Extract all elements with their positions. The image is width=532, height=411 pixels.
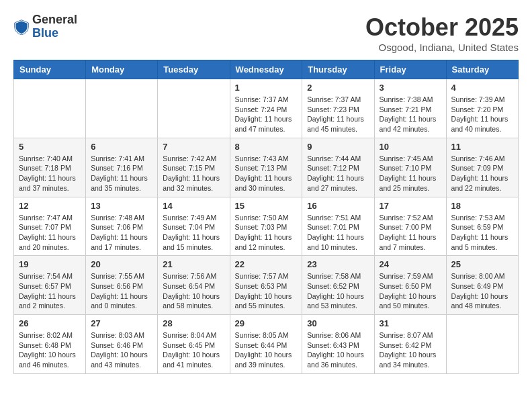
weekday-header-monday: Monday [86, 60, 158, 79]
day-number: 28 [163, 318, 224, 328]
day-number: 3 [380, 83, 441, 93]
calendar-day-31: 31Sunrise: 8:07 AM Sunset: 6:42 PM Dayli… [374, 315, 446, 374]
weekday-header-friday: Friday [374, 60, 446, 79]
calendar-day-22: 22Sunrise: 7:57 AM Sunset: 6:53 PM Dayli… [230, 256, 302, 315]
weekday-header-row: SundayMondayTuesdayWednesdayThursdayFrid… [14, 60, 519, 79]
calendar-day-4: 4Sunrise: 7:39 AM Sunset: 7:20 PM Daylig… [446, 79, 518, 138]
day-number: 21 [163, 259, 224, 269]
day-number: 29 [235, 318, 298, 328]
calendar-day-17: 17Sunrise: 7:52 AM Sunset: 7:00 PM Dayli… [374, 197, 446, 256]
weekday-header-wednesday: Wednesday [230, 60, 302, 79]
day-info: Sunrise: 7:42 AM Sunset: 7:15 PM Dayligh… [163, 154, 224, 193]
day-number: 6 [91, 142, 152, 152]
day-info: Sunrise: 7:52 AM Sunset: 7:00 PM Dayligh… [380, 213, 441, 253]
day-info: Sunrise: 7:47 AM Sunset: 7:07 PM Dayligh… [19, 213, 81, 253]
weekday-header-saturday: Saturday [446, 60, 518, 79]
day-number: 5 [19, 142, 81, 152]
calendar-week-row: 1Sunrise: 7:37 AM Sunset: 7:24 PM Daylig… [14, 79, 519, 138]
calendar-day-11: 11Sunrise: 7:46 AM Sunset: 7:09 PM Dayli… [446, 138, 518, 197]
logo-text: General Blue [32, 13, 77, 40]
calendar-day-16: 16Sunrise: 7:51 AM Sunset: 7:01 PM Dayli… [302, 197, 374, 256]
day-number: 13 [91, 201, 152, 211]
calendar-day-10: 10Sunrise: 7:45 AM Sunset: 7:10 PM Dayli… [374, 138, 446, 197]
weekday-header-tuesday: Tuesday [158, 60, 230, 79]
day-info: Sunrise: 8:02 AM Sunset: 6:48 PM Dayligh… [19, 330, 81, 370]
day-number: 30 [307, 318, 369, 328]
day-info: Sunrise: 7:50 AM Sunset: 7:03 PM Dayligh… [235, 213, 298, 253]
day-info: Sunrise: 7:53 AM Sunset: 6:59 PM Dayligh… [451, 213, 513, 253]
day-number: 16 [307, 201, 369, 211]
day-number: 20 [91, 259, 152, 269]
day-number: 24 [380, 259, 441, 269]
calendar-day-15: 15Sunrise: 7:50 AM Sunset: 7:03 PM Dayli… [230, 197, 302, 256]
calendar-empty-cell [14, 79, 86, 138]
calendar-day-21: 21Sunrise: 7:56 AM Sunset: 6:54 PM Dayli… [158, 256, 230, 315]
logo-general-text: General [32, 13, 77, 26]
day-info: Sunrise: 7:49 AM Sunset: 7:04 PM Dayligh… [163, 213, 224, 253]
day-info: Sunrise: 7:58 AM Sunset: 6:52 PM Dayligh… [307, 271, 369, 311]
day-number: 2 [307, 83, 369, 93]
page-header: General Blue October 2025 Osgood, Indian… [13, 13, 519, 53]
day-info: Sunrise: 8:05 AM Sunset: 6:44 PM Dayligh… [235, 330, 298, 370]
month-title: October 2025 [365, 13, 519, 42]
day-number: 19 [19, 259, 81, 269]
calendar-day-30: 30Sunrise: 8:06 AM Sunset: 6:43 PM Dayli… [302, 315, 374, 374]
calendar-day-6: 6Sunrise: 7:41 AM Sunset: 7:16 PM Daylig… [86, 138, 158, 197]
day-info: Sunrise: 8:04 AM Sunset: 6:45 PM Dayligh… [163, 330, 224, 370]
day-number: 26 [19, 318, 81, 328]
calendar-day-2: 2Sunrise: 7:37 AM Sunset: 7:23 PM Daylig… [302, 79, 374, 138]
day-number: 23 [307, 259, 369, 269]
day-number: 11 [451, 142, 513, 152]
weekday-header-thursday: Thursday [302, 60, 374, 79]
day-info: Sunrise: 7:57 AM Sunset: 6:53 PM Dayligh… [235, 271, 298, 311]
weekday-header-sunday: Sunday [14, 60, 86, 79]
calendar-week-row: 12Sunrise: 7:47 AM Sunset: 7:07 PM Dayli… [14, 197, 519, 256]
calendar-day-27: 27Sunrise: 8:03 AM Sunset: 6:46 PM Dayli… [86, 315, 158, 374]
day-info: Sunrise: 7:37 AM Sunset: 7:24 PM Dayligh… [235, 95, 298, 134]
day-number: 10 [380, 142, 441, 152]
day-number: 17 [380, 201, 441, 211]
calendar-day-25: 25Sunrise: 8:00 AM Sunset: 6:49 PM Dayli… [446, 256, 518, 315]
day-info: Sunrise: 7:37 AM Sunset: 7:23 PM Dayligh… [307, 95, 369, 134]
calendar-day-7: 7Sunrise: 7:42 AM Sunset: 7:15 PM Daylig… [158, 138, 230, 197]
calendar-day-3: 3Sunrise: 7:38 AM Sunset: 7:21 PM Daylig… [374, 79, 446, 138]
day-info: Sunrise: 7:44 AM Sunset: 7:12 PM Dayligh… [307, 154, 369, 193]
day-info: Sunrise: 7:46 AM Sunset: 7:09 PM Dayligh… [451, 154, 513, 193]
day-number: 27 [91, 318, 152, 328]
day-number: 8 [235, 142, 298, 152]
calendar-day-18: 18Sunrise: 7:53 AM Sunset: 6:59 PM Dayli… [446, 197, 518, 256]
calendar-week-row: 5Sunrise: 7:40 AM Sunset: 7:18 PM Daylig… [14, 138, 519, 197]
calendar-day-5: 5Sunrise: 7:40 AM Sunset: 7:18 PM Daylig… [14, 138, 86, 197]
calendar-day-28: 28Sunrise: 8:04 AM Sunset: 6:45 PM Dayli… [158, 315, 230, 374]
title-area: October 2025 Osgood, Indiana, United Sta… [365, 13, 519, 53]
day-info: Sunrise: 8:03 AM Sunset: 6:46 PM Dayligh… [91, 330, 152, 370]
day-info: Sunrise: 7:56 AM Sunset: 6:54 PM Dayligh… [163, 271, 224, 311]
logo-blue-text: Blue [32, 26, 58, 40]
logo: General Blue [13, 13, 77, 40]
day-info: Sunrise: 7:41 AM Sunset: 7:16 PM Dayligh… [91, 154, 152, 193]
calendar-table: SundayMondayTuesdayWednesdayThursdayFrid… [13, 60, 519, 374]
day-number: 14 [163, 201, 224, 211]
calendar-day-24: 24Sunrise: 7:59 AM Sunset: 6:50 PM Dayli… [374, 256, 446, 315]
day-number: 25 [451, 259, 513, 269]
logo-icon [13, 19, 30, 35]
day-number: 4 [451, 83, 513, 93]
day-number: 1 [235, 83, 298, 93]
day-info: Sunrise: 8:07 AM Sunset: 6:42 PM Dayligh… [380, 330, 441, 370]
day-number: 18 [451, 201, 513, 211]
day-info: Sunrise: 7:55 AM Sunset: 6:56 PM Dayligh… [91, 271, 152, 311]
calendar-day-13: 13Sunrise: 7:48 AM Sunset: 7:06 PM Dayli… [86, 197, 158, 256]
calendar-day-20: 20Sunrise: 7:55 AM Sunset: 6:56 PM Dayli… [86, 256, 158, 315]
day-info: Sunrise: 7:45 AM Sunset: 7:10 PM Dayligh… [380, 154, 441, 193]
day-number: 9 [307, 142, 369, 152]
day-number: 22 [235, 259, 298, 269]
day-info: Sunrise: 7:40 AM Sunset: 7:18 PM Dayligh… [19, 154, 81, 193]
day-info: Sunrise: 7:54 AM Sunset: 6:57 PM Dayligh… [19, 271, 81, 311]
day-info: Sunrise: 7:51 AM Sunset: 7:01 PM Dayligh… [307, 213, 369, 253]
calendar-day-12: 12Sunrise: 7:47 AM Sunset: 7:07 PM Dayli… [14, 197, 86, 256]
calendar-day-29: 29Sunrise: 8:05 AM Sunset: 6:44 PM Dayli… [230, 315, 302, 374]
day-number: 31 [380, 318, 441, 328]
calendar-day-23: 23Sunrise: 7:58 AM Sunset: 6:52 PM Dayli… [302, 256, 374, 315]
calendar-empty-cell [86, 79, 158, 138]
day-number: 7 [163, 142, 224, 152]
